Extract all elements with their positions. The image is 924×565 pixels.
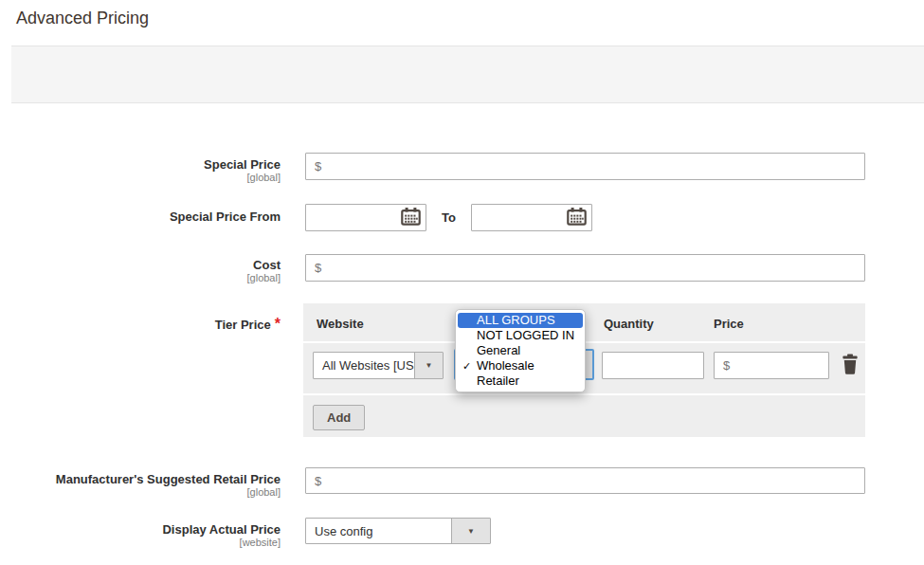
price-column-header: Price: [714, 317, 744, 331]
trash-icon: [841, 354, 860, 378]
dropdown-option-all-groups[interactable]: ALL GROUPS: [458, 313, 583, 328]
tier-price-label: Tier Price: [215, 318, 271, 332]
special-price-from-label: Special Price From: [0, 210, 281, 224]
required-asterisk: *: [275, 316, 281, 332]
calendar-icon: [401, 208, 421, 228]
special-price-to-field[interactable]: [472, 205, 565, 230]
display-actual-price-select[interactable]: Use config ▼: [305, 518, 491, 544]
special-price-from-label-block: Special Price From: [0, 210, 281, 224]
calendar-icon: [567, 208, 587, 228]
add-tier-button[interactable]: Add: [313, 405, 365, 430]
page-title: Advanced Pricing: [16, 9, 149, 28]
dropdown-option-label: Wholesale: [477, 358, 534, 373]
display-actual-price-scope: [website]: [0, 537, 281, 549]
currency-addon: $: [306, 261, 321, 275]
dropdown-option-general[interactable]: General: [456, 343, 585, 358]
msrp-label: Manufacturer's Suggested Retail Price: [0, 472, 281, 486]
special-price-from-input[interactable]: [305, 204, 426, 231]
display-actual-price-label: Display Actual Price: [0, 522, 281, 537]
to-label: To: [442, 210, 456, 225]
special-price-label: Special Price: [0, 157, 281, 172]
quantity-input[interactable]: [602, 352, 704, 379]
cost-scope: [global]: [0, 272, 281, 284]
customer-group-dropdown: ALL GROUPS NOT LOGGED IN General ✓Wholes…: [455, 309, 586, 392]
msrp-input[interactable]: $: [305, 467, 865, 494]
website-select-value: All Websites [USD]: [314, 353, 414, 378]
cost-label: Cost: [0, 258, 281, 272]
currency-addon: $: [306, 159, 321, 173]
currency-addon: $: [715, 358, 730, 373]
cost-input[interactable]: $: [305, 254, 865, 282]
delete-row-button[interactable]: [838, 353, 862, 378]
calendar-button-to[interactable]: [565, 205, 589, 230]
msrp-field[interactable]: [321, 468, 864, 493]
special-price-from-field[interactable]: [306, 205, 399, 230]
msrp-scope: [global]: [0, 486, 281, 499]
special-price-to-input[interactable]: [471, 204, 592, 231]
cost-field[interactable]: [321, 255, 864, 281]
display-actual-price-label-block: Display Actual Price [website]: [0, 522, 281, 549]
tier-price-label-block: Tier Price*: [0, 316, 281, 333]
checkmark-icon: ✓: [462, 358, 471, 374]
dropdown-option-wholesale[interactable]: ✓Wholesale: [456, 358, 585, 374]
cost-label-block: Cost [global]: [0, 258, 281, 284]
display-actual-price-value: Use config: [306, 519, 451, 543]
chevron-down-icon[interactable]: ▼: [451, 519, 490, 543]
quantity-column-header: Quantity: [604, 317, 654, 331]
tier-price-add-row: [303, 395, 865, 437]
chevron-down-icon[interactable]: ▼: [414, 353, 443, 378]
dropdown-option-not-logged-in[interactable]: NOT LOGGED IN: [456, 328, 585, 343]
website-select[interactable]: All Websites [USD] ▼: [313, 352, 444, 379]
special-price-input[interactable]: $: [305, 153, 865, 180]
special-price-label-block: Special Price [global]: [0, 157, 281, 184]
tier-price-field[interactable]: [730, 353, 828, 378]
currency-addon: $: [306, 474, 321, 488]
tier-price-input[interactable]: $: [714, 352, 829, 379]
website-column-header: Website: [317, 317, 364, 331]
calendar-button-from[interactable]: [399, 205, 423, 230]
header-band: [11, 46, 924, 103]
special-price-field[interactable]: [321, 154, 864, 179]
quantity-field[interactable]: [603, 353, 703, 378]
special-price-scope: [global]: [0, 172, 281, 184]
msrp-label-block: Manufacturer's Suggested Retail Price [g…: [0, 472, 281, 499]
dropdown-option-retailer[interactable]: Retailer: [456, 374, 585, 389]
